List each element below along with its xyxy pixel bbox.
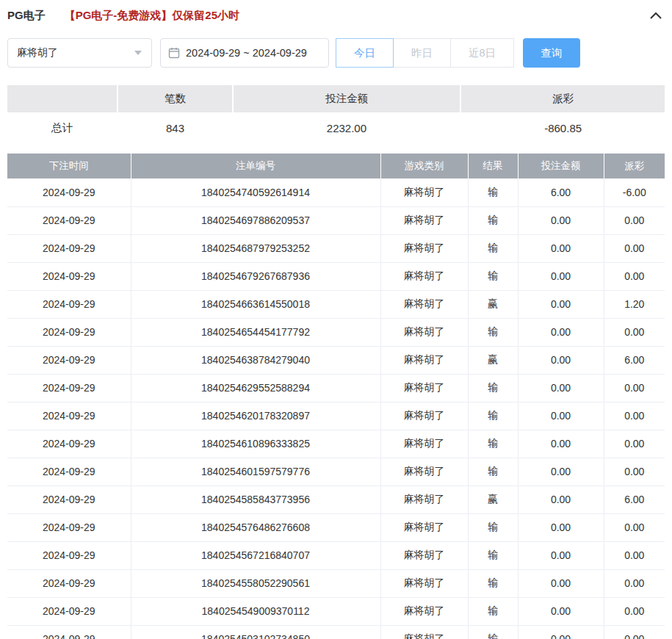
last-8-days-button[interactable]: 近8日 — [450, 38, 514, 68]
records-header: 下注时间 注单编号 游戏类别 结果 投注金额 派彩 — [7, 154, 665, 178]
bet-time-cell: 2024-09-29 — [7, 178, 131, 206]
game-type-cell: 麻将胡了 — [380, 597, 468, 625]
bet-amount-cell: 0.00 — [518, 262, 604, 290]
summary-header-payout: 派彩 — [461, 85, 665, 112]
calendar-icon — [168, 47, 180, 59]
order-id-cell: 1840254601597579776 — [131, 458, 380, 485]
col-header-order-id: 注单编号 — [131, 154, 380, 178]
table-row: 2024-09-291840254620178320897麻将胡了输0.000.… — [7, 402, 665, 430]
result-cell: 输 — [468, 206, 518, 234]
col-header-result: 结果 — [468, 154, 518, 178]
result-cell: 输 — [468, 374, 518, 402]
game-type-cell: 麻将胡了 — [380, 206, 468, 234]
bet-amount-cell: 6.00 — [518, 178, 604, 206]
order-id-cell: 1840254629552588294 — [131, 374, 380, 402]
today-button[interactable]: 今日 — [336, 38, 394, 68]
bet-amount-cell: 0.00 — [518, 430, 604, 458]
section-header: PG电子 【PG电子-免费游戏】仅保留25小时 — [7, 0, 665, 31]
bet-time-cell: 2024-09-29 — [7, 346, 131, 374]
bet-time-cell: 2024-09-29 — [7, 318, 131, 346]
order-id-cell: 1840254638784279040 — [131, 346, 380, 374]
order-id-cell: 1840254567216840707 — [131, 541, 380, 569]
game-type-cell: 麻将胡了 — [380, 178, 468, 206]
payout-cell: 0.00 — [604, 262, 665, 290]
summary-total-row: 总计 843 2232.00 -860.85 — [7, 112, 665, 143]
bet-time-cell: 2024-09-29 — [7, 206, 131, 234]
records-body: 2024-09-291840254740592614914麻将胡了输6.00-6… — [7, 178, 665, 639]
bet-amount-cell: 0.00 — [518, 290, 604, 318]
bet-amount-cell: 0.00 — [518, 206, 604, 234]
summary-header-bet-amount: 投注金额 — [234, 85, 460, 112]
bet-amount-cell: 0.00 — [518, 569, 604, 597]
summary-payout-value: -860.85 — [461, 112, 665, 143]
table-row: 2024-09-291840254629552588294麻将胡了输0.000.… — [7, 374, 665, 402]
bet-amount-cell: 0.00 — [518, 541, 604, 569]
bet-amount-cell: 0.00 — [518, 485, 604, 513]
summary-total-label: 总计 — [7, 112, 117, 143]
collapse-button[interactable] — [647, 7, 665, 24]
payout-cell: 0.00 — [604, 458, 665, 485]
game-type-cell: 麻将胡了 — [380, 318, 468, 346]
table-row: 2024-09-291840254740592614914麻将胡了输6.00-6… — [7, 178, 665, 206]
table-row: 2024-09-291840254679267687936麻将胡了输0.000.… — [7, 262, 665, 290]
bet-amount-cell: 0.00 — [518, 458, 604, 485]
table-row: 2024-09-291840254585843773956麻将胡了赢0.006.… — [7, 485, 665, 513]
records-table: 下注时间 注单编号 游戏类别 结果 投注金额 派彩 2024-09-291840… — [7, 154, 665, 639]
table-row: 2024-09-291840254576486276608麻将胡了输0.000.… — [7, 513, 665, 541]
game-type-cell: 麻将胡了 — [380, 262, 468, 290]
result-cell: 赢 — [468, 485, 518, 513]
bet-time-cell: 2024-09-29 — [7, 262, 131, 290]
game-type-cell: 麻将胡了 — [380, 402, 468, 430]
table-row: 2024-09-291840254654454177792麻将胡了输0.000.… — [7, 318, 665, 346]
result-cell: 输 — [468, 402, 518, 430]
payout-cell: 6.00 — [604, 346, 665, 374]
payout-cell: 6.00 — [604, 485, 665, 513]
order-id-cell: 1840254687979253252 — [131, 234, 380, 262]
filter-bar: 麻将胡了 2024-09-29 ~ 2024-09-29 今日 昨日 — [7, 37, 665, 69]
bet-time-cell: 2024-09-29 — [7, 513, 131, 541]
bet-amount-cell: 0.00 — [518, 318, 604, 346]
table-row: 2024-09-291840254663614550018麻将胡了赢0.001.… — [7, 290, 665, 318]
page-title: PG电子 — [7, 9, 46, 23]
game-type-cell: 麻将胡了 — [380, 541, 468, 569]
payout-cell: 0.00 — [604, 569, 665, 597]
bet-amount-cell: 0.00 — [518, 597, 604, 625]
game-select[interactable]: 麻将胡了 — [7, 38, 152, 68]
order-id-cell: 1840254585843773956 — [131, 485, 380, 513]
result-cell: 赢 — [468, 290, 518, 318]
bet-time-cell: 2024-09-29 — [7, 569, 131, 597]
bet-time-cell: 2024-09-29 — [7, 485, 131, 513]
payout-cell: 0.00 — [604, 402, 665, 430]
chevron-up-icon — [650, 12, 662, 19]
table-row: 2024-09-291840254567216840707麻将胡了输0.000.… — [7, 541, 665, 569]
records-page: PG电子 【PG电子-免费游戏】仅保留25小时 麻将胡了 — [0, 0, 672, 639]
order-id-cell: 1840254679267687936 — [131, 262, 380, 290]
quick-date-buttons: 今日 昨日 近8日 — [336, 38, 514, 68]
order-id-cell: 1840254654454177792 — [131, 318, 380, 346]
date-range-picker[interactable]: 2024-09-29 ~ 2024-09-29 — [160, 38, 329, 68]
table-row: 2024-09-291840254549009370112麻将胡了输0.000.… — [7, 597, 665, 625]
table-row: 2024-09-291840254503102734850麻将胡了输0.000.… — [7, 625, 665, 639]
payout-cell: 0.00 — [604, 234, 665, 262]
game-type-cell: 麻将胡了 — [380, 513, 468, 541]
yesterday-button[interactable]: 昨日 — [393, 38, 451, 68]
summary-table: 笔数 投注金额 派彩 总计 843 2232.00 -860.85 — [7, 85, 665, 143]
game-select-value: 麻将胡了 — [17, 46, 58, 59]
game-type-cell: 麻将胡了 — [380, 485, 468, 513]
game-type-cell: 麻将胡了 — [380, 374, 468, 402]
result-cell: 输 — [468, 541, 518, 569]
result-cell: 赢 — [468, 346, 518, 374]
payout-cell: 0.00 — [604, 513, 665, 541]
order-id-cell: 1840254740592614914 — [131, 178, 380, 206]
chevron-down-icon — [134, 50, 142, 56]
result-cell: 输 — [468, 513, 518, 541]
result-cell: 输 — [468, 178, 518, 206]
summary-bet-amount-value: 2232.00 — [234, 112, 460, 143]
payout-cell: 0.00 — [604, 430, 665, 458]
table-row: 2024-09-291840254601597579776麻将胡了输0.000.… — [7, 458, 665, 485]
bet-time-cell: 2024-09-29 — [7, 458, 131, 485]
result-cell: 输 — [468, 625, 518, 639]
retention-notice: 【PG电子-免费游戏】仅保留25小时 — [65, 9, 239, 23]
summary-header-row: 笔数 投注金额 派彩 — [7, 85, 665, 112]
query-button[interactable]: 查询 — [523, 38, 580, 68]
